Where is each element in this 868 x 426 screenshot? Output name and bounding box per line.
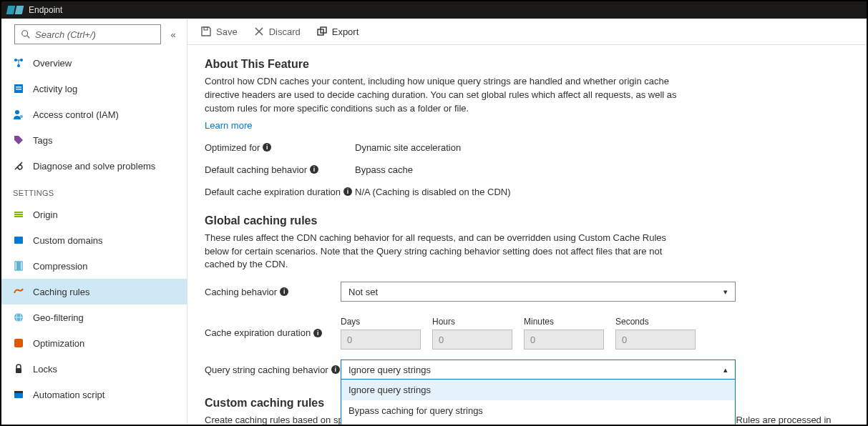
sidebar-item-tags[interactable]: Tags: [1, 127, 187, 153]
sidebar-item-label: Locks: [33, 364, 57, 375]
default-expiration-value: N/A (Caching is disabled on the CDN): [355, 187, 511, 197]
days-input[interactable]: [341, 330, 421, 350]
days-label: Days: [341, 317, 421, 327]
save-button[interactable]: Save: [200, 26, 238, 37]
info-icon[interactable]: i: [263, 143, 271, 152]
query-string-select[interactable]: Ignore query strings ▴ Ignore query stri…: [341, 360, 736, 380]
minutes-input[interactable]: [524, 330, 604, 350]
content-area: About This Feature Control how CDN cache…: [187, 45, 867, 425]
svg-rect-15: [16, 262, 21, 270]
learn-more-link[interactable]: Learn more: [205, 120, 252, 131]
discard-button[interactable]: Discard: [253, 26, 301, 37]
info-icon[interactable]: i: [310, 165, 318, 174]
info-icon[interactable]: i: [331, 365, 340, 374]
sidebar-item-label: Geo-filtering: [33, 312, 84, 323]
svg-rect-13: [14, 237, 23, 244]
svg-rect-20: [16, 368, 21, 373]
svg-rect-6: [16, 86, 21, 88]
default-behavior-value: Bypass cache: [355, 164, 413, 175]
save-icon: [200, 26, 212, 37]
query-string-label: Query string caching behavior: [205, 365, 328, 375]
info-icon[interactable]: i: [313, 329, 322, 337]
chevron-down-icon: ▾: [723, 287, 728, 297]
query-string-dropdown: Ignore query strings Bypass caching for …: [341, 380, 736, 425]
sidebar: Search (Ctrl+/) « Overview Activity log …: [1, 19, 187, 425]
hours-label: Hours: [432, 317, 512, 327]
search-icon: [21, 29, 31, 39]
global-heading: Global caching rules: [205, 214, 849, 227]
caching-behavior-select[interactable]: Not set ▾: [341, 282, 736, 302]
sidebar-item-optimization[interactable]: Optimization: [1, 330, 187, 356]
sidebar-item-label: Tags: [33, 135, 52, 146]
sidebar-item-locks[interactable]: Locks: [1, 356, 187, 382]
svg-rect-10: [14, 212, 23, 213]
access-control-icon: [13, 109, 24, 120]
svg-line-1: [27, 36, 30, 39]
svg-rect-11: [14, 214, 23, 215]
globe-icon: [13, 312, 24, 323]
export-button[interactable]: Export: [316, 26, 359, 37]
sidebar-item-diagnose[interactable]: Diagnose and solve problems: [1, 153, 187, 179]
chevron-up-icon: ▴: [723, 365, 728, 375]
sidebar-item-origin[interactable]: Origin: [1, 202, 187, 227]
sidebar-item-access-control[interactable]: Access control (IAM): [1, 101, 187, 127]
svg-point-0: [22, 31, 28, 36]
caching-behavior-label: Caching behavior: [205, 287, 277, 297]
sidebar-item-label: Activity log: [33, 84, 77, 94]
dropdown-option[interactable]: Ignore query strings: [341, 380, 735, 400]
sidebar-item-label: Caching rules: [33, 287, 90, 297]
cache-expiration-label: Cache expiration duration: [205, 327, 311, 338]
activity-log-icon: [13, 83, 24, 94]
tag-icon: [13, 134, 24, 146]
sidebar-item-label: Custom domains: [33, 235, 103, 246]
about-description: Control how CDN caches your content, inc…: [205, 75, 691, 116]
optimized-for-label: Optimized for: [205, 142, 260, 153]
sidebar-item-automation-script[interactable]: Automation script: [1, 382, 187, 407]
top-bar: Endpoint: [1, 1, 867, 19]
wrench-icon: [13, 160, 24, 172]
sidebar-item-label: Automation script: [33, 390, 104, 400]
svg-rect-22: [14, 391, 23, 393]
sidebar-item-compression[interactable]: Compression: [1, 253, 187, 279]
dropdown-option[interactable]: Bypass caching for query strings: [341, 400, 735, 421]
optimization-icon: [13, 337, 24, 349]
sidebar-item-activity-log[interactable]: Activity log: [1, 76, 187, 101]
caching-icon: [13, 286, 24, 297]
compression-icon: [13, 260, 24, 272]
default-behavior-label: Default caching behavior: [205, 164, 307, 175]
lock-icon: [13, 363, 24, 375]
sidebar-item-caching-rules[interactable]: Caching rules: [1, 279, 187, 304]
breadcrumb-title: Endpoint: [29, 5, 62, 15]
sidebar-section-header: SETTINGS: [1, 179, 187, 202]
svg-rect-12: [14, 216, 23, 217]
search-input[interactable]: Search (Ctrl+/): [14, 24, 161, 44]
optimized-for-value: Dynamic site acceleration: [355, 142, 461, 153]
minutes-label: Minutes: [524, 317, 604, 327]
svg-rect-7: [16, 89, 21, 90]
dropdown-option[interactable]: Cache every unique URL: [341, 421, 735, 425]
sidebar-item-label: Origin: [33, 209, 58, 220]
sidebar-item-geo-filtering[interactable]: Geo-filtering: [1, 304, 187, 330]
sidebar-item-label: Compression: [33, 261, 88, 272]
origin-icon: [13, 209, 24, 220]
toolbar: Save Discard Export: [187, 19, 867, 45]
default-expiration-label: Default cache expiration duration: [205, 187, 341, 197]
info-icon[interactable]: i: [343, 187, 352, 196]
sidebar-item-label: Optimization: [33, 338, 84, 349]
azure-logo-icon: [7, 6, 23, 14]
sidebar-item-overview[interactable]: Overview: [1, 50, 187, 76]
collapse-sidebar-button[interactable]: «: [167, 29, 180, 40]
sidebar-item-label: Overview: [33, 58, 72, 69]
discard-icon: [253, 26, 265, 37]
domains-icon: [13, 234, 24, 246]
sidebar-item-label: Access control (IAM): [33, 109, 119, 120]
sidebar-item-custom-domains[interactable]: Custom domains: [1, 227, 187, 253]
hours-input[interactable]: [432, 330, 512, 350]
svg-point-9: [20, 115, 23, 118]
info-icon[interactable]: i: [280, 287, 288, 296]
svg-point-8: [15, 110, 19, 114]
seconds-input[interactable]: [615, 330, 696, 350]
sidebar-item-label: Diagnose and solve problems: [33, 161, 155, 172]
seconds-label: Seconds: [615, 317, 696, 327]
svg-rect-19: [14, 339, 23, 347]
